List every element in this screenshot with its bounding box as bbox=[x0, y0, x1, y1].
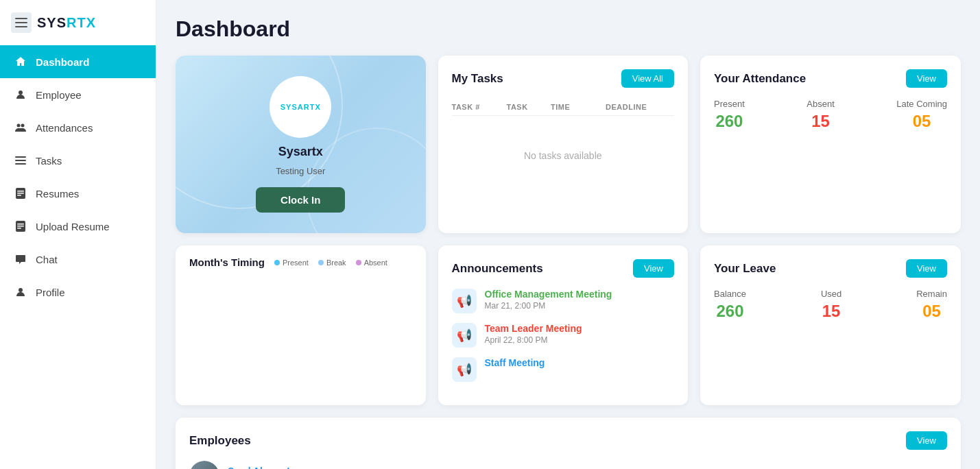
present-value: 260 bbox=[714, 112, 745, 131]
home-icon bbox=[14, 55, 27, 69]
sidebar-item-dashboard[interactable]: Dashboard bbox=[0, 45, 156, 78]
profile-role: Testing User bbox=[276, 166, 325, 176]
svg-rect-0 bbox=[15, 18, 27, 19]
task-col-num: TASK # bbox=[452, 103, 507, 111]
announcement-text: Office Management MeetingMar 21, 2:00 PM bbox=[485, 289, 612, 311]
svg-rect-1 bbox=[15, 22, 27, 23]
sidebar: SYSRTX Dashboard Employee bbox=[0, 0, 156, 469]
absent-label: Absent bbox=[806, 99, 834, 109]
employee-name: Syed Ahzam Imam bbox=[228, 466, 312, 469]
sidebar-item-tasks[interactable]: Tasks bbox=[0, 144, 156, 177]
sidebar-item-upload-resume-label: Upload Resume bbox=[36, 221, 110, 232]
attendance-card: Your Attendance View Present 260 Absent … bbox=[700, 56, 961, 233]
timing-header: Month's Timing Present Break Absent bbox=[189, 256, 412, 268]
profile-card: SYSARTX Sysartx Testing User Clock In bbox=[176, 56, 426, 233]
task-col-task: TASK bbox=[507, 103, 551, 111]
sidebar-item-attendances-label: Attendances bbox=[36, 122, 93, 134]
legend-absent-label: Absent bbox=[364, 258, 387, 267]
attendance-absent: Absent 15 bbox=[806, 99, 834, 131]
tasks-icon bbox=[14, 154, 27, 167]
sidebar-item-upload-resume[interactable]: Upload Resume bbox=[0, 210, 156, 243]
announcement-item: 📢Office Management MeetingMar 21, 2:00 P… bbox=[452, 289, 675, 313]
timing-title: Month's Timing bbox=[189, 256, 265, 268]
present-label: Present bbox=[714, 99, 745, 109]
leave-card-header: Your Leave View bbox=[714, 259, 947, 278]
legend-break-dot bbox=[318, 260, 324, 265]
svg-rect-10 bbox=[17, 191, 24, 192]
sidebar-item-profile-label: Profile bbox=[36, 287, 65, 298]
announcement-item: 📢Staff Meeting bbox=[452, 357, 675, 382]
employees-header: EmployeesView bbox=[189, 431, 947, 450]
late-coming-value: 05 bbox=[896, 112, 947, 131]
sidebar-item-employee-label: Employee bbox=[36, 89, 82, 101]
announcement-date: April 22, 8:00 PM bbox=[485, 335, 582, 345]
svg-rect-6 bbox=[15, 156, 26, 158]
legend-present-label: Present bbox=[283, 258, 309, 267]
svg-rect-15 bbox=[17, 226, 24, 227]
sidebar-item-attendances[interactable]: Attendances bbox=[0, 111, 156, 144]
sidebar-item-chat-label: Chat bbox=[36, 254, 58, 265]
task-col-time: TIME bbox=[551, 103, 606, 111]
leave-used: Used 15 bbox=[821, 289, 841, 321]
timing-chart bbox=[189, 278, 412, 346]
svg-point-3 bbox=[19, 91, 23, 95]
absent-value: 15 bbox=[806, 112, 834, 131]
employee-avatar bbox=[189, 461, 219, 469]
leave-balance: Balance 260 bbox=[714, 289, 746, 321]
timing-card: Month's Timing Present Break Absent bbox=[176, 245, 426, 405]
announcements-list: 📢Office Management MeetingMar 21, 2:00 P… bbox=[452, 289, 675, 382]
svg-point-17 bbox=[19, 288, 23, 292]
announcements-view-button[interactable]: View bbox=[633, 259, 674, 278]
task-col-deadline: DEADLINE bbox=[606, 103, 674, 111]
attendances-icon bbox=[14, 121, 27, 134]
tasks-view-all-button[interactable]: View All bbox=[621, 69, 674, 88]
announcement-text: Team Leader MeetingApril 22, 8:00 PM bbox=[485, 323, 582, 345]
employees-card: EmployeesViewSyed Ahzam ImamChief Techni… bbox=[176, 418, 961, 469]
balance-label: Balance bbox=[714, 289, 746, 299]
megaphone-icon: 📢 bbox=[452, 323, 477, 348]
attendance-view-button[interactable]: View bbox=[906, 69, 947, 88]
main-content: Dashboard SYSARTX Sysartx Testing User C… bbox=[156, 0, 980, 469]
chat-icon bbox=[14, 252, 27, 266]
clock-in-button[interactable]: Clock In bbox=[256, 187, 345, 213]
sidebar-logo: SYSRTX bbox=[0, 0, 156, 45]
leave-view-button[interactable]: View bbox=[906, 259, 947, 278]
employees-view-button[interactable]: View bbox=[906, 431, 947, 450]
announcements-card: Announcements View 📢Office Management Me… bbox=[438, 245, 689, 405]
page-title: Dashboard bbox=[176, 16, 961, 42]
resumes-icon bbox=[14, 187, 27, 200]
svg-point-4 bbox=[17, 124, 21, 128]
balance-value: 260 bbox=[714, 302, 746, 321]
announcement-title: Staff Meeting bbox=[485, 357, 545, 368]
late-coming-label: Late Coming bbox=[896, 99, 947, 109]
attendance-title: Your Attendance bbox=[714, 72, 806, 86]
used-label: Used bbox=[821, 289, 841, 299]
sidebar-nav: Dashboard Employee Attendances bbox=[0, 45, 156, 309]
remain-label: Remain bbox=[916, 289, 947, 299]
profile-name: Sysartx bbox=[278, 145, 323, 159]
megaphone-icon: 📢 bbox=[452, 357, 477, 382]
svg-rect-16 bbox=[17, 228, 21, 229]
tasks-card-header: My Tasks View All bbox=[452, 69, 675, 88]
remain-value: 05 bbox=[916, 302, 947, 321]
attendance-present: Present 260 bbox=[714, 99, 745, 131]
leave-remain: Remain 05 bbox=[916, 289, 947, 321]
sidebar-item-profile[interactable]: Profile bbox=[0, 276, 156, 309]
announcement-title: Office Management Meeting bbox=[485, 289, 612, 300]
tasks-title: My Tasks bbox=[452, 72, 503, 86]
attendance-card-header: Your Attendance View bbox=[714, 69, 947, 88]
sidebar-item-resumes[interactable]: Resumes bbox=[0, 177, 156, 210]
sidebar-item-tasks-label: Tasks bbox=[36, 155, 62, 167]
leave-title: Your Leave bbox=[714, 262, 776, 276]
svg-rect-11 bbox=[17, 193, 24, 194]
sidebar-item-dashboard-label: Dashboard bbox=[36, 56, 89, 68]
legend-absent: Absent bbox=[356, 258, 387, 267]
sidebar-item-chat[interactable]: Chat bbox=[0, 243, 156, 276]
svg-rect-12 bbox=[17, 195, 21, 196]
announcements-header: Announcements View bbox=[452, 259, 675, 278]
sidebar-toggle-icon[interactable] bbox=[11, 12, 32, 33]
no-tasks-message: No tasks available bbox=[452, 123, 675, 189]
sidebar-item-employee[interactable]: Employee bbox=[0, 78, 156, 111]
announcements-title: Announcements bbox=[452, 262, 543, 276]
dashboard-grid: SYSARTX Sysartx Testing User Clock In My… bbox=[176, 56, 961, 405]
